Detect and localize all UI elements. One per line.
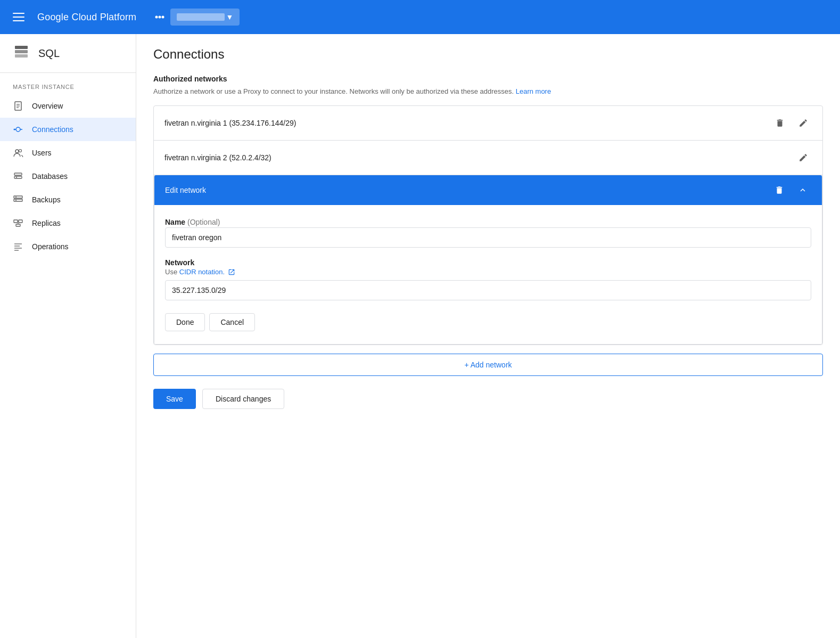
main-layout: SQL Master Instance Overview — [0, 34, 840, 638]
edit-network-header: Edit network — [154, 175, 822, 205]
chevron-down-icon: ▼ — [226, 13, 233, 21]
svg-rect-23 — [14, 220, 18, 223]
done-button[interactable]: Done — [165, 313, 205, 331]
cancel-button[interactable]: Cancel — [209, 313, 255, 331]
sidebar-item-overview[interactable]: Overview — [0, 94, 136, 118]
edit-network-form-actions: Done Cancel — [165, 313, 811, 331]
sidebar-databases-label: Databases — [32, 172, 68, 181]
sidebar-replicas-label: Replicas — [32, 219, 61, 227]
collapse-edit-network-button[interactable] — [794, 182, 811, 199]
delete-network-1-button[interactable] — [771, 114, 788, 132]
sidebar-users-label: Users — [32, 149, 52, 157]
hamburger-menu[interactable] — [9, 9, 29, 26]
network-actions-2 — [795, 149, 812, 166]
sidebar-item-operations[interactable]: Operations — [0, 235, 136, 258]
project-selector: ▼ — [153, 9, 240, 26]
edit-network-panel: Edit network — [154, 175, 822, 345]
svg-rect-20 — [14, 199, 22, 201]
document-icon — [13, 101, 23, 111]
app-title: Google Cloud Platform — [37, 12, 136, 23]
network-list: fivetran n.virginia 1 (35.234.176.144/29… — [153, 105, 823, 346]
svg-point-15 — [19, 150, 22, 152]
network-row-2: fivetran n.virginia 2 (52.0.2.4/32) — [154, 141, 822, 175]
svg-point-1 — [159, 16, 161, 19]
connections-icon — [13, 124, 23, 135]
add-network-button[interactable]: + Add network — [153, 354, 823, 376]
edit-network-title: Edit network — [165, 186, 206, 194]
sidebar-operations-label: Operations — [32, 242, 68, 251]
network-form-group: Network Use CIDR notation. — [165, 258, 811, 301]
sidebar: SQL Master Instance Overview — [0, 34, 136, 638]
sidebar-item-replicas[interactable]: Replicas — [0, 211, 136, 235]
svg-rect-16 — [14, 173, 22, 175]
edit-network-2-button[interactable] — [795, 149, 812, 166]
svg-rect-3 — [15, 54, 28, 58]
svg-point-0 — [155, 16, 158, 19]
sidebar-section-label: Master Instance — [0, 73, 136, 94]
network-sublabel: Use CIDR notation. — [165, 268, 811, 276]
sidebar-product-title: SQL — [38, 47, 60, 60]
product-header: SQL — [0, 34, 136, 73]
network-actions-1 — [771, 114, 812, 132]
dots-icon — [153, 11, 166, 23]
sidebar-item-databases[interactable]: Databases — [0, 165, 136, 188]
discard-changes-button[interactable]: Discard changes — [202, 389, 284, 409]
network-row-1: fivetran n.virginia 1 (35.234.176.144/29… — [154, 106, 822, 141]
svg-rect-4 — [15, 50, 28, 53]
users-icon — [13, 148, 23, 158]
delete-edit-network-button[interactable] — [771, 182, 788, 199]
cidr-notation-link[interactable]: CIDR notation. — [179, 268, 235, 276]
project-dropdown[interactable]: ▼ — [170, 9, 240, 26]
name-form-group: Name (Optional) — [165, 218, 811, 248]
save-button[interactable]: Save — [153, 389, 196, 409]
svg-rect-17 — [14, 176, 22, 178]
sidebar-item-backups[interactable]: Backups — [0, 188, 136, 211]
name-input[interactable] — [165, 227, 811, 248]
sidebar-item-users[interactable]: Users — [0, 141, 136, 165]
network-name-1: fivetran n.virginia 1 (35.234.176.144/29… — [164, 119, 297, 127]
sidebar-connections-label: Connections — [32, 125, 73, 134]
top-nav: Google Cloud Platform ▼ — [0, 0, 840, 34]
svg-point-13 — [14, 129, 15, 130]
sql-icon — [13, 45, 30, 62]
edit-network-1-button[interactable] — [795, 114, 812, 132]
section-title: Authorized networks — [153, 75, 823, 83]
network-input[interactable] — [165, 280, 811, 300]
svg-rect-5 — [15, 46, 28, 49]
page-title: Connections — [153, 47, 823, 62]
sidebar-overview-label: Overview — [32, 102, 63, 110]
svg-point-10 — [16, 127, 20, 132]
sidebar-item-connections[interactable]: Connections — [0, 118, 136, 141]
svg-rect-24 — [19, 220, 22, 223]
svg-point-2 — [162, 16, 164, 19]
network-name-2: fivetran n.virginia 2 (52.0.2.4/32) — [164, 153, 271, 162]
external-link-icon — [228, 268, 235, 276]
section-description: Authorize a network or use a Proxy to co… — [153, 86, 823, 97]
svg-rect-26 — [16, 224, 20, 226]
bottom-actions: Save Discard changes — [153, 389, 823, 409]
edit-network-header-actions — [771, 182, 811, 199]
edit-network-body: Name (Optional) Network Use CIDR n — [154, 205, 822, 345]
svg-rect-19 — [14, 196, 22, 198]
databases-icon — [13, 171, 23, 182]
sidebar-backups-label: Backups — [32, 195, 61, 204]
operations-icon — [13, 241, 23, 252]
name-optional: (Optional) — [187, 218, 220, 226]
authorized-networks-section: Authorized networks Authorize a network … — [153, 75, 823, 409]
replicas-icon — [13, 218, 23, 228]
main-content: Connections Authorized networks Authoriz… — [136, 34, 840, 638]
backups-icon — [13, 194, 23, 205]
name-label: Name (Optional) — [165, 218, 811, 226]
svg-point-14 — [15, 150, 19, 153]
learn-more-link[interactable]: Learn more — [516, 87, 551, 95]
network-label: Network — [165, 258, 811, 267]
